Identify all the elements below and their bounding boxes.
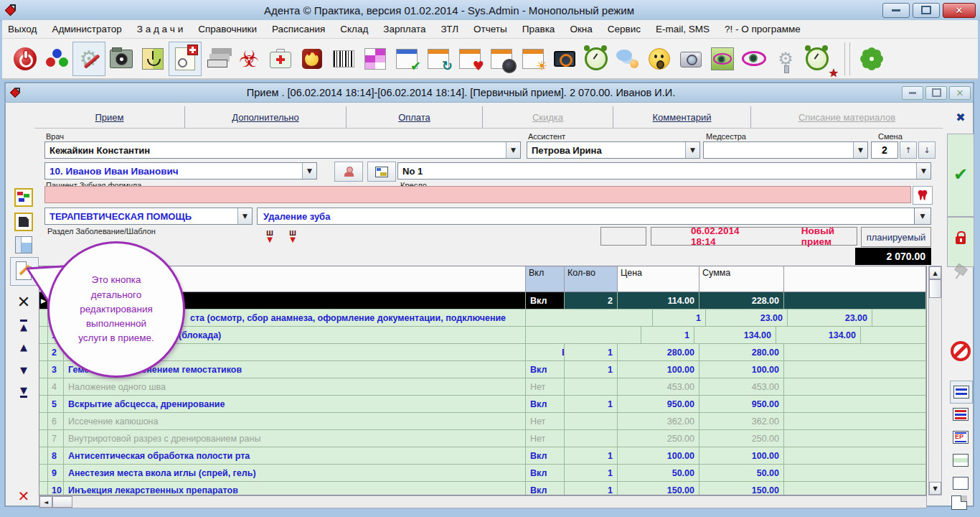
calendar-sun-icon[interactable]: ☀ xyxy=(517,42,549,75)
service-row[interactable]: 4Наложение одного шваНет453.00453.00 xyxy=(39,378,926,396)
grid-cell[interactable]: Нет xyxy=(526,430,565,447)
grid-cell[interactable]: 362.00 xyxy=(699,413,784,429)
grid-cell[interactable]: Вкл xyxy=(526,361,565,378)
menu-item[interactable]: З а д а ч и xyxy=(137,24,183,34)
grid-cell[interactable] xyxy=(784,396,926,412)
grid-cell[interactable]: 100.00 xyxy=(699,361,784,378)
grid-cell[interactable]: Иссечение капюшона xyxy=(64,413,526,429)
grid-cell[interactable]: 50.00 xyxy=(618,465,699,481)
menu-item[interactable]: Справочники xyxy=(198,24,257,34)
grid-cell[interactable]: Вкл xyxy=(526,447,565,464)
chair-field[interactable]: No 1▼ xyxy=(397,162,931,180)
doc-view-2-button[interactable] xyxy=(950,404,971,425)
menu-item[interactable]: Сервис xyxy=(608,24,641,34)
camera-icon[interactable] xyxy=(675,42,707,75)
eye-icon[interactable] xyxy=(738,42,770,75)
grid-cell[interactable]: Вкл xyxy=(526,396,565,412)
video-archive-icon[interactable] xyxy=(105,42,137,75)
calendar-refresh-icon[interactable]: ↻ xyxy=(423,42,454,75)
grid-cell[interactable] xyxy=(565,413,618,429)
grid-cell[interactable]: 5 xyxy=(48,396,64,412)
tab-Списание материалов[interactable]: Списание материалов xyxy=(751,106,943,128)
grid-cell[interactable]: 23.00 xyxy=(788,309,872,326)
grid-cell[interactable]: 8 xyxy=(48,447,64,464)
grid-cell[interactable] xyxy=(39,413,48,429)
calendar-clock-icon[interactable] xyxy=(486,42,517,75)
dental-formula-field[interactable] xyxy=(44,186,911,203)
horizontal-scrollbar[interactable]: ◄ xyxy=(39,495,927,508)
disease-dropdown-button[interactable]: ▼ xyxy=(914,208,931,225)
schedule-grid-icon[interactable] xyxy=(359,42,391,75)
grid-cell[interactable] xyxy=(39,465,48,481)
grid-cell[interactable]: Нет xyxy=(526,413,565,429)
grid-cell[interactable]: 1 xyxy=(565,396,618,412)
grid-cell[interactable] xyxy=(784,430,926,447)
chevron-down-icon[interactable]: ▼ xyxy=(916,163,930,179)
grid-cell[interactable] xyxy=(39,378,48,395)
grid-header-cell[interactable]: Кол-во xyxy=(565,266,618,292)
grid-cell[interactable]: 362.00 xyxy=(618,413,699,429)
grid-cell[interactable]: Вкл xyxy=(526,465,565,481)
dental-chart-button[interactable] xyxy=(13,187,34,208)
chevron-down-icon[interactable]: ▼ xyxy=(853,142,867,158)
grid-cell[interactable] xyxy=(39,430,48,447)
vertical-scroll-thumb[interactable] xyxy=(929,279,941,298)
grid-cell[interactable]: 4 xyxy=(48,378,64,395)
grid-cell[interactable]: Вкл xyxy=(526,327,641,343)
service-row[interactable]: 6Иссечение капюшонаНет362.00362.00 xyxy=(39,413,926,430)
assistant-combo[interactable]: Петрова Ирина▼ xyxy=(527,141,700,159)
grid-cell[interactable]: Антисептическая обработка полости рта xyxy=(64,447,526,464)
grid-cell[interactable]: 1 xyxy=(565,361,618,378)
appointment-type-button[interactable]: планируемый xyxy=(861,227,931,247)
calendar-check-icon[interactable]: ✔ xyxy=(391,42,423,75)
grid-cell[interactable]: 1 xyxy=(565,465,618,481)
menu-item[interactable]: Окна xyxy=(570,24,592,34)
patient-card-icon[interactable] xyxy=(169,42,202,76)
tab-Оплата[interactable]: Оплата xyxy=(347,106,483,128)
grid-cell[interactable] xyxy=(39,396,48,412)
patient-combo[interactable]: 10. Иванов Иван Иванович▼ xyxy=(44,162,317,180)
grid-cell[interactable]: Анестезия места вкола иглы (спрей, гель) xyxy=(64,465,526,481)
menu-item[interactable]: Правка xyxy=(522,24,555,34)
tab-Комментарий[interactable]: Комментарий xyxy=(613,106,751,128)
biohazard-icon[interactable]: ☣ xyxy=(233,42,265,75)
minimize-button[interactable] xyxy=(882,3,910,18)
grid-cell[interactable]: 10 xyxy=(48,482,64,495)
grid-cell[interactable] xyxy=(861,327,926,343)
grid-header-cell[interactable]: Сумма xyxy=(699,266,784,292)
grid-cell[interactable] xyxy=(784,361,926,378)
grid-cell[interactable]: 1 xyxy=(565,482,618,495)
surprised-face-icon[interactable] xyxy=(644,42,675,75)
doc-view-4-button[interactable] xyxy=(950,450,971,471)
grid-cell[interactable]: Вскрытие абсцесса, дренирование xyxy=(64,396,526,412)
grid-cell[interactable] xyxy=(784,447,926,464)
grid-cell[interactable]: Нет xyxy=(526,378,565,395)
grid-cell[interactable] xyxy=(784,482,926,495)
barcode-icon[interactable] xyxy=(328,42,359,75)
grid-cell[interactable] xyxy=(784,344,926,360)
vertical-scrollbar[interactable]: ▲ ▼ xyxy=(928,266,942,495)
grid-cell[interactable]: 134.00 xyxy=(776,327,861,343)
grid-cell[interactable]: 134.00 xyxy=(694,327,776,343)
menu-item[interactable]: Зарплата xyxy=(383,24,425,34)
grid-cell[interactable]: 228.00 xyxy=(699,292,784,309)
tab-Прием[interactable]: Прием xyxy=(34,106,185,128)
lock-button[interactable] xyxy=(950,227,971,248)
section-combo[interactable]: ТЕРАПЕВТИЧЕСКАЯ ПОМОЩЬ▼ xyxy=(44,208,253,225)
grid-cell[interactable] xyxy=(872,309,926,326)
settings-icon[interactable]: ⚙ xyxy=(72,42,105,76)
grid-cell[interactable]: 100.00 xyxy=(699,447,784,464)
maximize-button[interactable] xyxy=(913,3,940,18)
service-row[interactable]: 10Инъекция лекарственных препаратовВкл11… xyxy=(39,482,926,495)
grid-cell[interactable]: 950.00 xyxy=(618,396,699,412)
menu-item[interactable]: E-mail, SMS xyxy=(656,24,710,34)
icq-flower-icon[interactable] xyxy=(856,42,887,75)
grid-cell[interactable]: Вкл xyxy=(526,292,565,309)
grid-header-cell[interactable]: Вкл xyxy=(526,266,565,292)
grid-header-cell[interactable] xyxy=(784,266,926,292)
confirm-button[interactable]: ✔ xyxy=(950,164,971,185)
grid-cell[interactable]: 453.00 xyxy=(699,378,784,395)
alarm-star-icon[interactable]: ★ xyxy=(801,42,833,75)
service-row[interactable]: 9Анестезия места вкола иглы (спрей, гель… xyxy=(39,465,926,482)
menu-item[interactable]: Расписания xyxy=(272,24,325,34)
